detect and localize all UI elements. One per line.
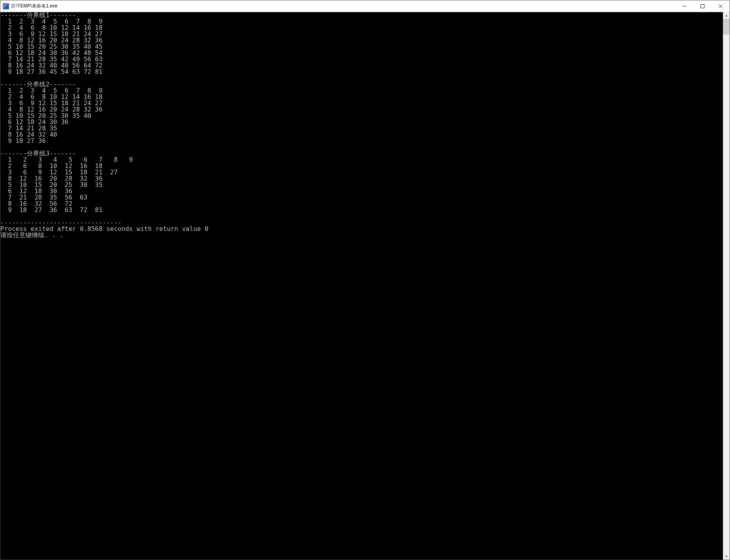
titlebar[interactable]: D:\TEMP\未命名1.exe [0, 0, 730, 12]
window-controls [675, 0, 730, 12]
minimize-button[interactable] [675, 0, 693, 12]
scroll-up-button[interactable] [723, 12, 730, 19]
maximize-button[interactable] [693, 0, 712, 12]
minimize-icon [682, 4, 686, 8]
client-area: -------分界线1------- 1 2 3 4 5 6 7 8 9 2 4… [0, 12, 730, 560]
scroll-down-button[interactable] [723, 553, 730, 560]
close-icon [719, 4, 723, 8]
app-icon [3, 3, 9, 9]
vertical-scrollbar[interactable] [723, 12, 730, 560]
app-window: D:\TEMP\未命名1.exe -------分界线1------- 1 2 … [0, 0, 730, 560]
chevron-down-icon [725, 555, 728, 558]
scroll-thumb[interactable] [723, 19, 730, 35]
svg-rect-1 [701, 4, 704, 8]
chevron-up-icon [725, 14, 728, 17]
console-output[interactable]: -------分界线1------- 1 2 3 4 5 6 7 8 9 2 4… [0, 12, 723, 560]
close-button[interactable] [712, 0, 730, 12]
window-title: D:\TEMP\未命名1.exe [11, 3, 675, 9]
maximize-icon [701, 4, 704, 8]
